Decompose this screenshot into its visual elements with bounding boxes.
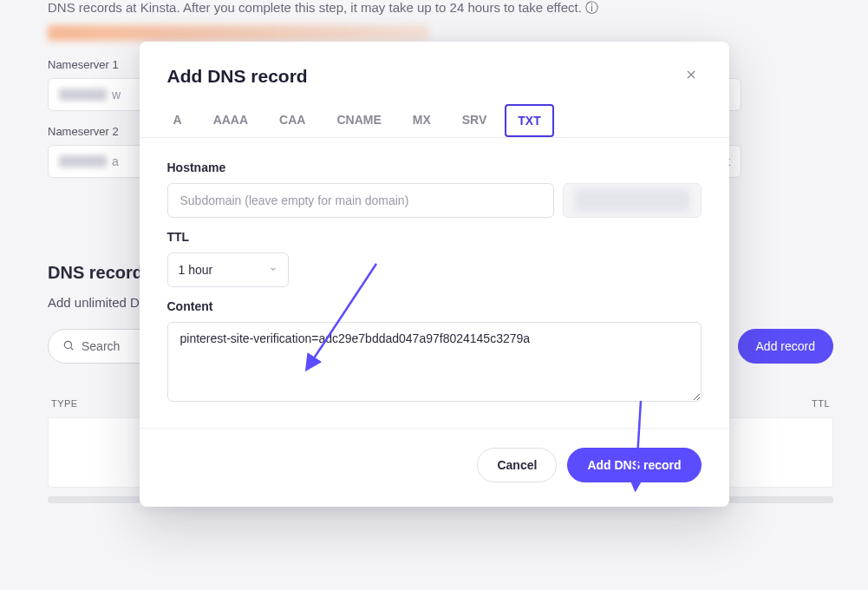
- hostname-label: Hostname: [167, 161, 702, 174]
- tab-cname[interactable]: CNAME: [323, 104, 394, 137]
- tab-srv[interactable]: SRV: [449, 104, 500, 137]
- modal-title: Add DNS record: [167, 66, 308, 87]
- close-icon: [685, 69, 697, 84]
- tab-aaaa[interactable]: AAAA: [200, 104, 261, 137]
- record-type-tabs: A AAAA CAA CNAME MX SRV TXT: [140, 104, 729, 138]
- tab-txt[interactable]: TXT: [505, 104, 553, 137]
- cancel-button[interactable]: Cancel: [477, 448, 557, 482]
- close-button[interactable]: [681, 66, 702, 87]
- chevron-down-icon: [269, 264, 277, 276]
- ttl-select[interactable]: 1 hour: [167, 252, 289, 287]
- tab-a[interactable]: A: [160, 104, 195, 137]
- hostname-input[interactable]: [167, 183, 554, 218]
- tab-caa[interactable]: CAA: [266, 104, 318, 137]
- ttl-label: TTL: [167, 230, 702, 244]
- add-dns-record-modal: Add DNS record A AAAA CAA CNAME MX SRV T…: [140, 42, 729, 507]
- content-label: Content: [167, 299, 702, 313]
- content-textarea[interactable]: [167, 322, 702, 402]
- ttl-value: 1 hour: [179, 263, 213, 277]
- hostname-domain-suffix: [563, 183, 702, 218]
- submit-add-dns-record-button[interactable]: Add DNS record: [567, 448, 701, 482]
- tab-mx[interactable]: MX: [400, 104, 444, 137]
- modal-overlay: Add DNS record A AAAA CAA CNAME MX SRV T…: [0, 0, 868, 590]
